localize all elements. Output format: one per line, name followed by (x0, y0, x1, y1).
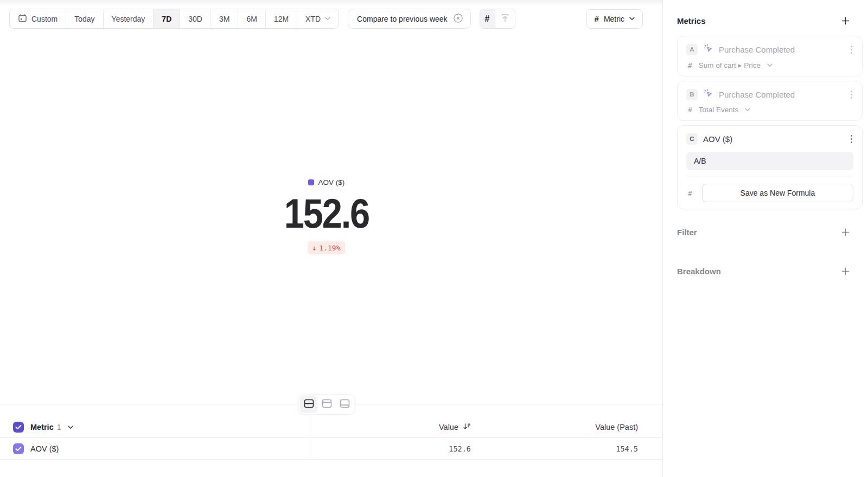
metric-event-name: Purchase Completed (719, 90, 795, 99)
layout-split-icon (303, 399, 314, 410)
check-icon (15, 446, 22, 452)
goal-view-button[interactable] (495, 9, 515, 28)
value-past-column-label: Value (Past) (595, 423, 638, 431)
value-header-cell[interactable]: Value (310, 422, 471, 433)
aggregation-dropdown[interactable]: # Sum of cart ▸ Price (686, 61, 853, 69)
date-range-3m[interactable]: 3M (211, 9, 238, 28)
compare-label: Compare to previous week (357, 15, 448, 23)
metric-column-label[interactable]: Metric (30, 423, 54, 431)
plus-icon (841, 228, 850, 236)
layout-chart-button[interactable] (318, 396, 336, 413)
date-range-6m[interactable]: 6M (238, 9, 265, 28)
table-header-row: Metric 1 Value Value (0, 417, 662, 438)
plus-icon (841, 267, 850, 275)
main-panel: Custom Today Yesterday 7D 30D 3M 6M 12M … (0, 0, 662, 477)
hash-icon: # (688, 189, 692, 197)
breakdown-section-header: Breakdown (677, 266, 863, 276)
metric-card-b[interactable]: B Purchase Completed # Total Events (677, 81, 863, 121)
aggregation-dropdown[interactable]: # Total Events (686, 106, 853, 114)
event-sparkle-icon (703, 88, 713, 101)
select-all-checkbox[interactable] (13, 422, 24, 433)
row-value-past: 154.5 (616, 444, 638, 453)
goal-arrow-icon (500, 13, 510, 24)
add-breakdown-button[interactable] (841, 267, 850, 275)
close-circle-icon[interactable] (453, 13, 463, 25)
layout-split-button[interactable] (300, 396, 318, 413)
change-value: 1.19% (319, 244, 340, 252)
add-metric-button[interactable] (841, 17, 850, 25)
metric-count: 1 (57, 423, 61, 431)
chevron-down-icon (629, 17, 635, 21)
date-range-yesterday[interactable]: Yesterday (104, 9, 154, 28)
chevron-down-icon (767, 63, 773, 67)
chevron-down-icon (745, 108, 750, 112)
chart-legend[interactable]: AOV ($) (308, 178, 345, 186)
more-options-icon[interactable] (850, 133, 853, 145)
formula-input[interactable]: A/B (686, 152, 853, 170)
date-range-7d[interactable]: 7D (154, 9, 180, 28)
legend-color-swatch (308, 179, 314, 185)
metric-card-a[interactable]: A Purchase Completed # Sum of cart ▸ Pri… (677, 36, 863, 76)
big-number-chart: AOV ($) 152.6 ↓ 1.19% (0, 29, 662, 404)
view-mode-toggle: # (480, 9, 515, 29)
breakdown-title: Breakdown (677, 267, 721, 276)
date-range-label: Custom (31, 15, 58, 23)
chevron-down-icon[interactable] (68, 426, 73, 429)
sort-descending-icon (463, 422, 471, 433)
chart-table-divider (0, 404, 662, 404)
value-column-label: Value (439, 423, 458, 431)
more-options-icon[interactable] (850, 43, 853, 55)
check-icon (15, 424, 22, 430)
arrow-down-icon: ↓ (312, 244, 317, 252)
aggregation-label: Sum of cart ▸ Price (699, 61, 761, 69)
row-checkbox[interactable] (13, 443, 24, 454)
date-range-today[interactable]: Today (66, 9, 103, 28)
table-row: AOV ($) 152.6 154.5 (0, 438, 662, 460)
query-builder-sidebar: Metrics A Purchase Completed # Su (662, 0, 868, 477)
metrics-title: Metrics (677, 16, 706, 25)
date-range-selector: Custom Today Yesterday 7D 30D 3M 6M 12M … (9, 9, 339, 29)
metric-badge: C (686, 133, 698, 145)
date-range-30d[interactable]: 30D (180, 9, 211, 28)
layout-bottom-bar-icon (339, 399, 350, 410)
metric-header-cell: Metric 1 (0, 417, 310, 437)
card-divider (686, 177, 853, 177)
add-filter-button[interactable] (841, 228, 850, 236)
number-view-button[interactable]: # (480, 9, 495, 28)
compare-pill[interactable]: Compare to previous week (348, 9, 471, 29)
row-value-cell: 152.6 (310, 444, 471, 453)
metric-type-label: Metric (604, 15, 624, 23)
change-badge: ↓ 1.19% (308, 241, 346, 254)
metric-big-value: 152.6 (284, 192, 368, 235)
date-range-xtd[interactable]: XTD (297, 9, 339, 28)
row-metric-cell: AOV ($) (0, 438, 310, 459)
value-past-header-cell[interactable]: Value (Past) (471, 423, 662, 431)
more-options-icon[interactable] (850, 88, 853, 100)
calendar-icon (18, 14, 27, 24)
chevron-down-icon (325, 17, 330, 21)
event-sparkle-icon (703, 43, 713, 56)
toolbar: Custom Today Yesterday 7D 30D 3M 6M 12M … (9, 9, 654, 29)
formula-card-c[interactable]: C AOV ($) A/B # Save as New Formula (677, 125, 863, 209)
hash-icon: # (485, 14, 490, 24)
hash-icon: # (595, 14, 599, 23)
hash-icon: # (688, 106, 692, 114)
hash-icon: # (688, 61, 692, 69)
metric-type-button[interactable]: # Metric (586, 9, 643, 29)
filter-title: Filter (677, 228, 697, 237)
metric-badge: A (686, 44, 698, 55)
save-as-new-formula-button[interactable]: Save as New Formula (702, 184, 853, 202)
metric-event-name: Purchase Completed (719, 45, 795, 54)
layout-table-button[interactable] (336, 396, 354, 413)
aggregation-label: Total Events (699, 106, 739, 114)
legend-label: AOV ($) (318, 178, 345, 186)
formula-name: AOV ($) (703, 134, 732, 144)
date-range-12m[interactable]: 12M (266, 9, 297, 28)
date-range-custom[interactable]: Custom (10, 9, 66, 28)
layout-switcher (298, 394, 355, 415)
analytics-app: Custom Today Yesterday 7D 30D 3M 6M 12M … (0, 0, 868, 477)
row-value-past-cell: 154.5 (471, 444, 662, 453)
row-value: 152.6 (449, 444, 471, 453)
results-table: Metric 1 Value Value (0, 417, 662, 460)
metric-badge: B (686, 89, 698, 100)
